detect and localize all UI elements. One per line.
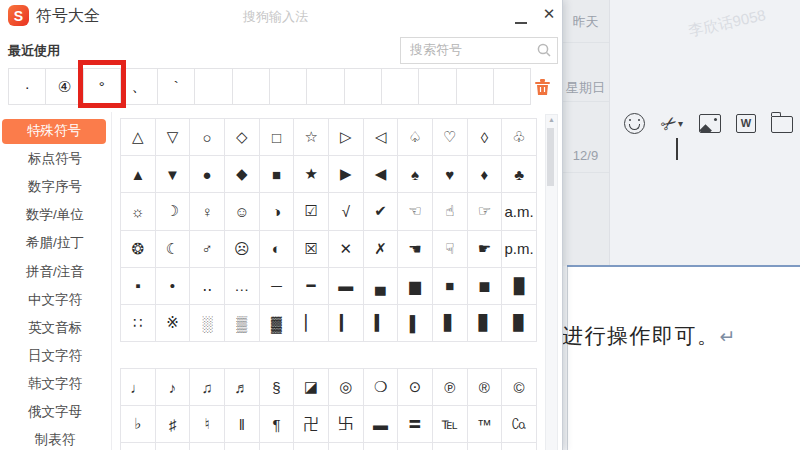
symbol-cell[interactable]: ☾ <box>156 231 191 268</box>
symbol-cell[interactable] <box>433 443 468 450</box>
symbol-cell[interactable]: ® <box>468 369 503 406</box>
symbol-cell[interactable]: ♥ <box>433 156 468 193</box>
scrollbar[interactable]: ▲ <box>545 114 558 450</box>
symbol-cell[interactable]: ━ <box>294 268 329 305</box>
symbol-cell[interactable]: ◼ <box>468 268 503 305</box>
symbol-cell[interactable]: ℗ <box>433 369 468 406</box>
symbol-cell[interactable]: ◪ <box>294 369 329 406</box>
recent-symbol-cell[interactable]: 、 <box>121 69 158 105</box>
recent-symbol-cell[interactable] <box>382 69 419 105</box>
sidebar-item[interactable]: 日文字符 <box>0 342 110 370</box>
symbol-cell[interactable]: ● <box>190 156 225 193</box>
sidebar-item[interactable]: 数字序号 <box>0 173 110 201</box>
recent-symbol-cell[interactable] <box>345 69 382 105</box>
send-file-folder-icon[interactable] <box>771 116 793 133</box>
symbol-cell[interactable]: ♬ <box>225 369 260 406</box>
symbol-cell[interactable]: ※ <box>156 305 191 342</box>
symbol-cell[interactable]: ♡ <box>433 119 468 156</box>
sidebar-item[interactable]: 数学/单位 <box>0 201 110 229</box>
symbol-cell[interactable]: ◊ <box>468 119 503 156</box>
symbol-cell[interactable]: ♂ <box>190 231 225 268</box>
symbol-cell[interactable]: ★ <box>294 156 329 193</box>
symbol-cell[interactable]: … <box>225 268 260 305</box>
recent-symbol-cell[interactable] <box>307 69 344 105</box>
symbol-cell[interactable]: ▊ <box>468 305 503 342</box>
symbol-cell[interactable]: ♫ <box>190 369 225 406</box>
sidebar-item[interactable]: 拼音/注音 <box>0 257 110 285</box>
symbol-cell[interactable]: ■ <box>433 268 468 305</box>
symbol-cell[interactable]: ▒ <box>225 305 260 342</box>
symbol-cell[interactable]: ℡ <box>433 406 468 443</box>
sidebar-item[interactable]: 制表符 <box>0 426 110 450</box>
screenshot-scissors-icon[interactable]: ✂ <box>656 109 682 137</box>
symbol-cell[interactable]: ♠ <box>398 156 433 193</box>
symbol-cell[interactable]: ⊙ <box>398 369 433 406</box>
symbol-cell[interactable]: ▬ <box>364 406 399 443</box>
symbol-cell[interactable] <box>121 443 156 450</box>
symbol-cell[interactable]: ☞ <box>468 193 503 230</box>
symbol-cell[interactable]: ☑ <box>294 193 329 230</box>
symbol-cell[interactable] <box>294 443 329 450</box>
send-image-icon[interactable] <box>699 114 721 133</box>
search-input[interactable] <box>401 38 538 61</box>
symbol-cell[interactable]: ▆ <box>398 268 433 305</box>
symbol-cell[interactable]: ❂ <box>121 231 156 268</box>
symbol-cell[interactable]: ▍ <box>364 305 399 342</box>
recent-symbol-cell[interactable] <box>270 69 307 105</box>
symbol-cell[interactable] <box>329 443 364 450</box>
symbol-cell[interactable]: □ <box>260 119 295 156</box>
symbol-cell[interactable] <box>468 443 503 450</box>
symbol-cell[interactable]: ◑ <box>260 193 295 230</box>
symbol-cell[interactable]: ▉ <box>502 305 537 342</box>
symbol-cell[interactable]: ▼ <box>156 156 191 193</box>
sidebar-item[interactable]: 希腊/拉丁 <box>0 229 110 257</box>
symbol-cell[interactable]: ◆ <box>225 156 260 193</box>
recent-symbol-cell[interactable] <box>494 69 531 105</box>
symbol-cell[interactable]: ☺ <box>225 193 260 230</box>
symbol-cell[interactable]: ☝ <box>433 193 468 230</box>
symbol-cell[interactable]: ✕ <box>329 231 364 268</box>
symbol-cell[interactable]: ▶ <box>329 156 364 193</box>
scrollbar-thumb[interactable] <box>547 128 554 186</box>
symbol-cell[interactable]: ◐ <box>260 231 295 268</box>
symbol-cell[interactable]: ○ <box>190 119 225 156</box>
scroll-up-icon[interactable]: ▲ <box>546 116 557 123</box>
symbol-cell[interactable]: ♀ <box>190 193 225 230</box>
symbol-cell[interactable]: ▋ <box>433 305 468 342</box>
symbol-cell[interactable] <box>260 443 295 450</box>
symbol-cell[interactable]: ▄ <box>364 268 399 305</box>
emoji-icon[interactable] <box>624 113 645 134</box>
symbol-cell[interactable]: ♤ <box>398 119 433 156</box>
symbol-cell[interactable] <box>364 443 399 450</box>
symbol-cell[interactable]: ∷ <box>121 305 156 342</box>
symbol-cell[interactable]: ▽ <box>156 119 191 156</box>
symbol-cell[interactable]: ☟ <box>433 231 468 268</box>
clear-recent-trash-icon[interactable] <box>534 77 551 96</box>
symbol-cell[interactable]: 卍 <box>294 406 329 443</box>
symbol-cell[interactable]: △ <box>121 119 156 156</box>
minimize-button[interactable] <box>512 8 530 24</box>
symbol-cell[interactable]: ☽ <box>156 193 191 230</box>
recent-symbol-cell[interactable]: ` <box>158 69 195 105</box>
symbol-cell[interactable]: 〓 <box>398 406 433 443</box>
symbol-cell[interactable] <box>156 443 191 450</box>
symbol-cell[interactable]: ☼ <box>121 193 156 230</box>
symbol-cell[interactable]: ☆ <box>294 119 329 156</box>
sidebar-item[interactable]: 韩文字符 <box>0 370 110 398</box>
recent-symbol-cell[interactable] <box>233 69 270 105</box>
symbol-cell[interactable] <box>190 443 225 450</box>
symbol-cell[interactable]: ▌ <box>398 305 433 342</box>
symbol-cell[interactable]: ㏇ <box>502 406 537 443</box>
symbol-cell[interactable]: • <box>156 268 191 305</box>
recent-symbol-cell[interactable] <box>457 69 494 105</box>
symbol-cell[interactable] <box>398 443 433 450</box>
symbol-cell[interactable]: ♯ <box>156 406 191 443</box>
symbol-cell[interactable]: ◀ <box>364 156 399 193</box>
symbol-cell[interactable]: ‥ <box>190 268 225 305</box>
recent-symbol-cell[interactable]: · <box>9 69 46 105</box>
symbol-cell[interactable] <box>225 443 260 450</box>
sidebar-item[interactable]: 中文字符 <box>0 286 110 314</box>
symbol-cell[interactable]: © <box>502 369 537 406</box>
symbol-cell[interactable]: ♧ <box>502 119 537 156</box>
symbol-cell[interactable]: ▓ <box>260 305 295 342</box>
